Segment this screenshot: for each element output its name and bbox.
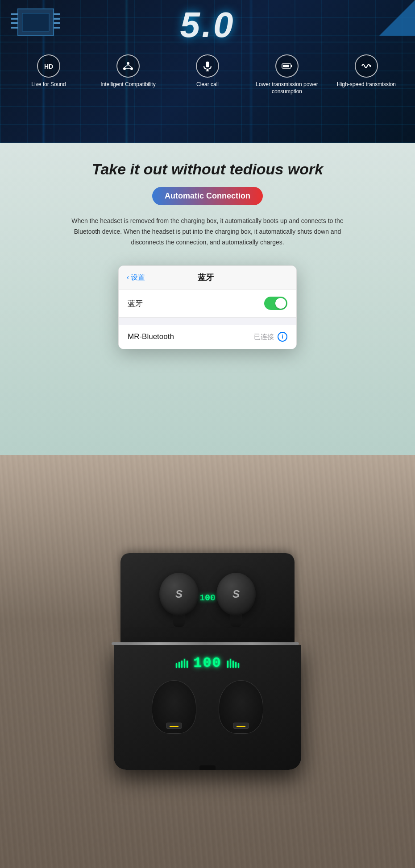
product-image: 100 S <box>112 553 303 770</box>
svg-line-16 <box>128 65 132 67</box>
bluetooth-toggle[interactable] <box>264 297 287 310</box>
svg-rect-9 <box>54 27 60 29</box>
bottom-left-bars <box>176 659 188 668</box>
svg-marker-10 <box>379 0 415 36</box>
battery-icon <box>281 60 293 72</box>
feature-lower-transmission: Lower transmission power consumption <box>247 54 327 95</box>
chip-decoration-left <box>9 4 62 40</box>
left-earbud-body: S <box>159 573 199 616</box>
svg-rect-7 <box>54 18 60 20</box>
bbar-5 <box>187 661 188 668</box>
case-lid: 100 S <box>120 553 295 642</box>
charging-port <box>199 765 216 770</box>
auto-description: When the headset is removed from the cha… <box>69 216 346 248</box>
device-name: MR-Bluetooth <box>128 332 174 341</box>
bottom-display-number: 100 <box>193 655 222 671</box>
product-section: 100 S <box>0 455 415 868</box>
bbar-3 <box>181 661 183 668</box>
bbar-2 <box>178 662 180 668</box>
earbud-slots <box>152 680 263 734</box>
phone-body: 蓝牙 MR-Bluetooth 已连接 i <box>119 289 296 349</box>
auto-badge-label: Automatic Connection <box>152 187 263 205</box>
lower-transmission-label: Lower transmission power consumption <box>252 81 322 95</box>
connection-status: 已连接 i <box>254 332 287 342</box>
wave-icon <box>361 60 372 72</box>
phone-header-title: 蓝牙 <box>145 272 266 283</box>
right-earbud-tip <box>230 614 242 627</box>
bbar-4 <box>184 659 185 668</box>
back-chevron-icon: ‹ <box>127 273 129 281</box>
bbar-7 <box>230 659 231 668</box>
bbar-1 <box>176 663 177 668</box>
auto-badge-container: Automatic Connection <box>27 187 388 205</box>
features-bar: HD Live for Sound Intelligent Compatibil… <box>0 54 415 95</box>
earbud-logo-left: S <box>175 588 183 600</box>
left-connector <box>166 723 182 729</box>
right-earbud: S <box>216 573 256 627</box>
earbud-logo-right: S <box>232 588 240 600</box>
high-speed-label: High-speed transmission <box>337 81 396 88</box>
svg-rect-4 <box>11 22 18 24</box>
phone-header: ‹ 设置 蓝牙 <box>119 266 296 289</box>
triangle-decoration <box>379 0 415 45</box>
svg-rect-2 <box>11 13 18 15</box>
svg-line-15 <box>124 65 128 67</box>
svg-rect-6 <box>54 13 60 15</box>
network-icon <box>122 60 134 72</box>
live-sound-label: Live for Sound <box>31 81 66 88</box>
svg-rect-5 <box>11 27 18 29</box>
intelligent-icon-circle <box>116 54 140 78</box>
feature-live-sound: HD Live for Sound <box>9 54 88 88</box>
svg-rect-8 <box>54 22 60 24</box>
phone-devices-section <box>119 318 296 325</box>
bottom-right-bars <box>227 659 239 668</box>
left-earbud-tip <box>173 614 185 627</box>
clear-call-label: Clear call <box>196 81 219 88</box>
feature-high-speed: High-speed transmission <box>327 54 406 88</box>
connected-label: 已连接 <box>254 333 274 341</box>
toggle-thumb <box>275 298 286 309</box>
svg-rect-22 <box>291 65 292 67</box>
intelligent-compatibility-label: Intelligent Compatibility <box>100 81 155 88</box>
svg-point-24 <box>369 65 371 67</box>
clear-call-icon-circle <box>196 54 219 78</box>
bbar-9 <box>235 662 237 668</box>
svg-rect-18 <box>206 62 209 67</box>
bbar-6 <box>227 661 228 668</box>
right-slot <box>219 680 263 734</box>
charging-case-wrapper: 100 S <box>112 553 303 770</box>
bluetooth-version: 5.0 <box>180 4 235 45</box>
bottom-led-display: 100 <box>176 655 239 671</box>
auto-connection-section: Take it out without tedious work Automat… <box>0 143 415 455</box>
feature-intelligent-compatibility: Intelligent Compatibility <box>88 54 168 88</box>
device-row[interactable]: MR-Bluetooth 已连接 i <box>119 325 296 349</box>
info-icon[interactable]: i <box>278 332 287 342</box>
live-sound-icon-circle: HD <box>37 54 60 78</box>
top-display-number: 100 <box>199 593 216 603</box>
right-earbud-body: S <box>216 573 256 616</box>
battery-icon-circle <box>275 54 299 78</box>
back-label: 设置 <box>131 273 145 282</box>
hero-section: 5.0 HD Live for Sound In <box>0 0 415 143</box>
feature-clear-call: Clear call <box>168 54 247 88</box>
bbar-10 <box>238 663 239 668</box>
bluetooth-label: 蓝牙 <box>128 298 143 309</box>
left-earbud: S <box>159 573 199 627</box>
bbar-8 <box>232 661 234 668</box>
right-connector <box>233 723 249 729</box>
phone-back-button[interactable]: ‹ 设置 <box>127 273 145 282</box>
mic-icon <box>202 60 213 72</box>
phone-mockup: ‹ 设置 蓝牙 蓝牙 MR-Bluetooth 已连接 i <box>118 265 297 349</box>
svg-rect-23 <box>283 65 289 67</box>
left-slot <box>152 680 196 734</box>
toggle-track <box>264 297 287 310</box>
case-body: 100 <box>114 645 301 770</box>
auto-title: Take it out without tedious work <box>27 161 388 178</box>
svg-rect-1 <box>22 13 49 31</box>
wave-icon-circle <box>355 54 378 78</box>
svg-rect-3 <box>11 18 18 20</box>
svg-text:HD: HD <box>44 63 53 70</box>
bluetooth-toggle-row: 蓝牙 <box>119 289 296 318</box>
hd-icon: HD <box>43 60 54 72</box>
svg-point-12 <box>127 62 129 65</box>
